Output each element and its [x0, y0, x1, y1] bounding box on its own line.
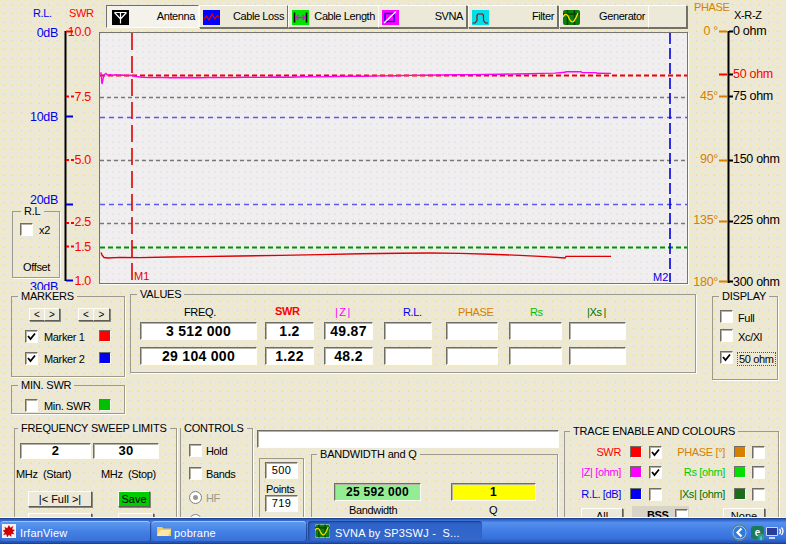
svg-text:i: i — [760, 535, 761, 541]
svg-text:M1: M1 — [134, 270, 149, 282]
svg-text:M2: M2 — [653, 271, 668, 282]
